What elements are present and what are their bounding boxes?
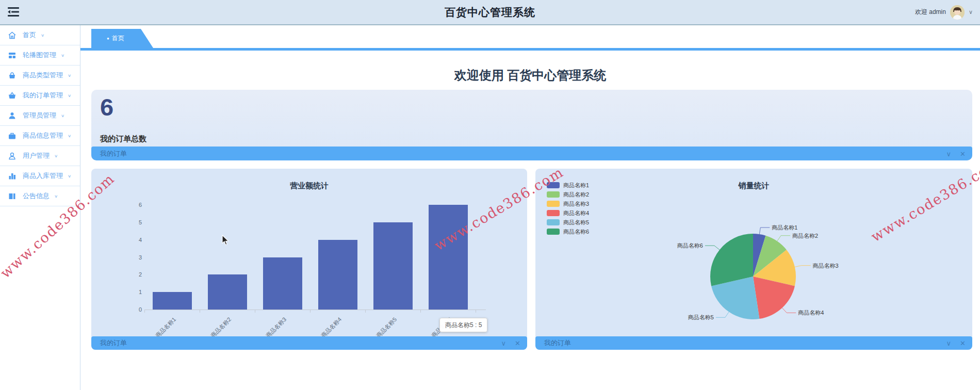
panel-header-bar: 我的订单 ∨ ✕: [91, 147, 972, 160]
revenue-chart-panel: 营业额统计 0123456商品名称1商品名称2商品名称3商品名称4商品名称5商品…: [91, 169, 527, 350]
active-tab-dot-icon: ●: [107, 37, 109, 41]
panel-bar-title: 我的订单: [100, 149, 127, 158]
main-content: 欢迎使用 百货中心管理系统 6 我的订单总数 我的订单 ∨ ✕ 营业额统计 01…: [80, 51, 980, 390]
pie-label: 商品名称4: [798, 310, 824, 316]
chevron-down-icon: ∨: [68, 93, 71, 98]
sidebar-item-label: 管理员管理: [23, 111, 56, 120]
bar[interactable]: [208, 274, 247, 310]
chevron-down-icon: ∨: [68, 174, 71, 178]
pie-leader-line: [777, 236, 790, 241]
axis-tick: [255, 310, 255, 313]
close-panel-icon[interactable]: ✕: [515, 339, 520, 347]
chevron-down-icon: ∨: [54, 154, 58, 158]
chevron-down-icon[interactable]: ∨: [969, 9, 973, 15]
sales-chart-panel: 销量统计 商品名称1商品名称2商品名称3商品名称4商品名称5商品名称6 商品名称…: [535, 169, 972, 350]
bar[interactable]: [373, 222, 413, 310]
sidebar-item-label: 用户管理: [23, 151, 50, 160]
pie-leader-line: [716, 312, 729, 318]
chevron-down-icon: ∨: [68, 73, 71, 78]
sidebar-item-home[interactable]: 首页 ∨: [0, 25, 80, 45]
collapse-panel-icon[interactable]: ∨: [501, 339, 507, 347]
pie-leader-line: [705, 246, 720, 250]
warehouse-icon: [8, 172, 17, 181]
product-info-icon: [8, 132, 17, 140]
chevron-down-icon: ∨: [54, 194, 58, 199]
axis-tick: [365, 310, 366, 313]
my-orders-icon: [8, 91, 17, 100]
tab-label: 首页: [112, 34, 124, 43]
order-total-value: 6: [100, 93, 113, 121]
sidebar-item-label: 商品类型管理: [23, 71, 63, 80]
sidebar-item-my-orders[interactable]: 我的订单管理 ∨: [0, 86, 80, 106]
sidebar-item-users[interactable]: 用户管理 ∨: [0, 146, 80, 166]
pie-chart: 商品名称1商品名称2商品名称3商品名称4商品名称5商品名称6: [535, 169, 972, 350]
bar-chart-title: 营业额统计: [91, 181, 527, 191]
admin-icon: [8, 111, 17, 120]
close-panel-icon[interactable]: ✕: [960, 339, 966, 347]
y-axis-label: 6: [128, 202, 142, 208]
chart-tooltip: 商品名称5 : 5: [439, 318, 487, 332]
sidebar-item-admin[interactable]: 管理员管理 ∨: [0, 106, 80, 126]
panel-footer-bar: 我的订单 ∨ ✕: [535, 336, 972, 350]
y-axis-label: 5: [128, 219, 142, 225]
axis-tick: [144, 310, 145, 313]
sidebar-item-label: 商品信息管理: [23, 131, 63, 140]
axis-tick: [310, 310, 311, 313]
sidebar-item-warehouse[interactable]: 商品入库管理 ∨: [0, 166, 80, 186]
product-type-icon: [8, 71, 17, 80]
avatar[interactable]: [950, 5, 965, 20]
sidebar: 首页 ∨ 轮播图管理 ∨ 商品类型管理 ∨ 我的订单管理 ∨ 管理员管理: [0, 25, 80, 390]
pie-label: 商品名称1: [772, 224, 797, 231]
axis-tick: [476, 310, 476, 313]
panel-bar-title: 我的订单: [100, 338, 127, 348]
axis-tick: [200, 310, 200, 313]
welcome-user-label: 欢迎 admin: [915, 8, 946, 17]
axis-tick: [420, 310, 421, 313]
order-total-card: 6 我的订单总数 我的订单 ∨ ✕: [91, 90, 972, 160]
chevron-down-icon: ∨: [68, 134, 71, 138]
carousel-icon: [8, 51, 17, 60]
sidebar-item-label: 轮播图管理: [23, 51, 56, 60]
collapse-panel-icon[interactable]: ∨: [946, 339, 952, 347]
sidebar-item-label: 商品入库管理: [23, 171, 63, 181]
x-axis-line: [144, 310, 486, 310]
y-axis-label: 1: [128, 289, 142, 295]
user-menu[interactable]: 欢迎 admin ∨: [915, 0, 973, 24]
panel-bar-title: 我的订单: [544, 338, 571, 348]
tab-bar: ● 首页: [80, 24, 980, 51]
collapse-panel-icon[interactable]: ∨: [946, 150, 952, 157]
y-axis-label: 4: [128, 237, 142, 243]
panel-footer-bar: 我的订单 ∨ ✕: [91, 336, 527, 350]
app-header: 百货中心管理系统 欢迎 admin ∨: [0, 0, 980, 25]
pie-label: 商品名称3: [813, 263, 839, 269]
chevron-down-icon: ∨: [41, 33, 44, 38]
close-panel-icon[interactable]: ✕: [960, 150, 966, 157]
bar[interactable]: [318, 240, 357, 310]
bar[interactable]: [429, 205, 468, 310]
sidebar-item-label: 公告信息: [23, 191, 50, 201]
chevron-down-icon: ∨: [61, 113, 64, 118]
order-total-label: 我的订单总数: [100, 134, 146, 144]
y-axis-label: 0: [128, 306, 142, 313]
sidebar-item-label: 首页: [23, 30, 36, 40]
sidebar-item-label: 我的订单管理: [23, 91, 63, 100]
tab-home[interactable]: ● 首页: [91, 29, 153, 48]
y-axis-label: 2: [128, 271, 142, 278]
welcome-heading: 欢迎使用 百货中心管理系统: [80, 67, 980, 84]
bar[interactable]: [153, 292, 192, 310]
page-title: 百货中心管理系统: [0, 5, 980, 20]
tab-underline: [80, 48, 980, 51]
sidebar-item-carousel[interactable]: 轮播图管理 ∨: [0, 45, 80, 66]
pie-leader-line: [795, 266, 811, 267]
pie-leader-line: [759, 228, 770, 234]
sidebar-item-notice[interactable]: 公告信息 ∨: [0, 186, 80, 206]
pie-leader-line: [782, 308, 796, 313]
sidebar-item-product-info[interactable]: 商品信息管理 ∨: [0, 126, 80, 146]
sidebar-item-product-type[interactable]: 商品类型管理 ∨: [0, 66, 80, 86]
y-axis-label: 3: [128, 254, 142, 261]
pie-label: 商品名称6: [677, 242, 703, 249]
bar[interactable]: [263, 257, 302, 310]
pie-label: 商品名称2: [792, 233, 818, 239]
home-icon: [8, 31, 17, 40]
notice-icon: [8, 192, 17, 201]
